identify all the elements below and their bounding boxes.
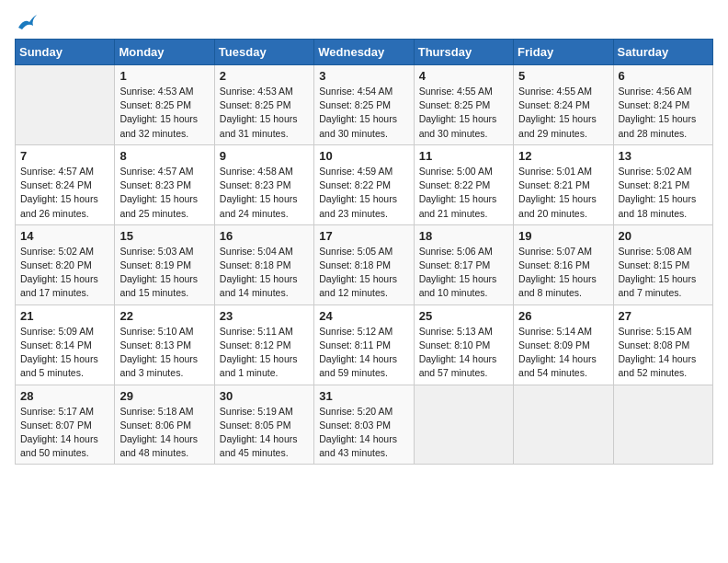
day-info: Sunrise: 4:55 AM Sunset: 8:25 PM Dayligh… [419,85,508,141]
day-number: 11 [419,149,508,163]
day-info: Sunrise: 5:05 AM Sunset: 8:18 PM Dayligh… [319,245,408,301]
day-number: 21 [20,309,109,323]
day-number: 2 [220,69,309,83]
day-info: Sunrise: 4:53 AM Sunset: 8:25 PM Dayligh… [220,85,309,141]
day-info: Sunrise: 5:02 AM Sunset: 8:20 PM Dayligh… [20,245,109,301]
day-info: Sunrise: 5:18 AM Sunset: 8:06 PM Dayligh… [119,405,209,461]
calendar-cell: 24Sunrise: 5:12 AM Sunset: 8:11 PM Dayli… [314,304,414,385]
day-number: 16 [220,229,309,243]
calendar-cell: 23Sunrise: 5:11 AM Sunset: 8:12 PM Dayli… [214,304,313,385]
day-number: 10 [319,149,408,163]
day-info: Sunrise: 5:08 AM Sunset: 8:15 PM Dayligh… [619,245,708,301]
day-number: 31 [319,389,408,403]
day-info: Sunrise: 5:00 AM Sunset: 8:22 PM Dayligh… [419,165,508,221]
day-info: Sunrise: 4:58 AM Sunset: 8:23 PM Dayligh… [220,165,309,221]
day-info: Sunrise: 5:14 AM Sunset: 8:09 PM Dayligh… [518,325,608,381]
calendar-cell: 10Sunrise: 4:59 AM Sunset: 8:22 PM Dayli… [314,144,414,224]
day-number: 3 [319,69,408,83]
day-info: Sunrise: 5:19 AM Sunset: 8:05 PM Dayligh… [220,405,309,461]
day-number: 26 [518,309,608,323]
calendar-cell: 4Sunrise: 4:55 AM Sunset: 8:25 PM Daylig… [414,65,513,145]
calendar-cell: 22Sunrise: 5:10 AM Sunset: 8:13 PM Dayli… [115,304,214,385]
calendar-cell: 9Sunrise: 4:58 AM Sunset: 8:23 PM Daylig… [214,144,313,224]
calendar-cell: 2Sunrise: 4:53 AM Sunset: 8:25 PM Daylig… [214,65,313,145]
day-number: 30 [220,389,309,403]
day-info: Sunrise: 5:06 AM Sunset: 8:17 PM Dayligh… [419,245,508,301]
logo-bird-icon [17,15,37,31]
day-number: 24 [319,309,408,323]
day-info: Sunrise: 5:02 AM Sunset: 8:21 PM Dayligh… [619,165,708,221]
day-info: Sunrise: 4:56 AM Sunset: 8:24 PM Dayligh… [619,85,708,141]
day-info: Sunrise: 5:12 AM Sunset: 8:11 PM Dayligh… [319,325,408,381]
day-number: 23 [220,309,309,323]
calendar-cell: 11Sunrise: 5:00 AM Sunset: 8:22 PM Dayli… [414,144,513,224]
calendar-cell: 19Sunrise: 5:07 AM Sunset: 8:16 PM Dayli… [514,224,613,304]
day-info: Sunrise: 4:55 AM Sunset: 8:24 PM Dayligh… [518,85,608,141]
day-info: Sunrise: 5:20 AM Sunset: 8:03 PM Dayligh… [319,405,408,461]
calendar-cell: 25Sunrise: 5:13 AM Sunset: 8:10 PM Dayli… [414,304,513,385]
day-number: 5 [518,69,608,83]
day-number: 25 [419,309,508,323]
day-number: 27 [619,309,708,323]
calendar-cell: 21Sunrise: 5:09 AM Sunset: 8:14 PM Dayli… [16,304,115,385]
weekday-header: Thursday [414,40,513,65]
calendar-cell: 16Sunrise: 5:04 AM Sunset: 8:18 PM Dayli… [214,224,313,304]
day-info: Sunrise: 5:01 AM Sunset: 8:21 PM Dayligh… [518,165,608,221]
calendar-cell: 12Sunrise: 5:01 AM Sunset: 8:21 PM Dayli… [514,144,613,224]
calendar-cell: 27Sunrise: 5:15 AM Sunset: 8:08 PM Dayli… [613,304,712,385]
calendar-cell: 13Sunrise: 5:02 AM Sunset: 8:21 PM Dayli… [613,144,712,224]
weekday-header: Saturday [613,40,712,65]
weekday-header: Friday [514,40,613,65]
day-info: Sunrise: 4:57 AM Sunset: 8:24 PM Dayligh… [20,165,109,221]
day-info: Sunrise: 5:13 AM Sunset: 8:10 PM Dayligh… [419,325,508,381]
calendar-cell: 26Sunrise: 5:14 AM Sunset: 8:09 PM Dayli… [514,304,613,385]
calendar-cell: 1Sunrise: 4:53 AM Sunset: 8:25 PM Daylig… [115,65,214,145]
day-info: Sunrise: 5:07 AM Sunset: 8:16 PM Dayligh… [518,245,608,301]
weekday-header: Wednesday [314,40,414,65]
day-info: Sunrise: 5:10 AM Sunset: 8:13 PM Dayligh… [119,325,209,381]
day-number: 15 [119,229,209,243]
calendar-cell: 20Sunrise: 5:08 AM Sunset: 8:15 PM Dayli… [613,224,712,304]
day-number: 22 [119,309,209,323]
calendar-cell: 7Sunrise: 4:57 AM Sunset: 8:24 PM Daylig… [16,144,115,224]
day-info: Sunrise: 4:57 AM Sunset: 8:23 PM Dayligh… [119,165,209,221]
day-number: 18 [419,229,508,243]
day-number: 17 [319,229,408,243]
logo [15,15,37,28]
day-info: Sunrise: 5:11 AM Sunset: 8:12 PM Dayligh… [220,325,309,381]
calendar-cell: 29Sunrise: 5:18 AM Sunset: 8:06 PM Dayli… [115,385,214,465]
day-number: 12 [518,149,608,163]
calendar-cell: 8Sunrise: 4:57 AM Sunset: 8:23 PM Daylig… [115,144,214,224]
day-info: Sunrise: 5:09 AM Sunset: 8:14 PM Dayligh… [20,325,109,381]
day-number: 6 [619,69,708,83]
day-number: 1 [119,69,209,83]
weekday-header: Monday [115,40,214,65]
day-info: Sunrise: 5:03 AM Sunset: 8:19 PM Dayligh… [119,245,209,301]
day-info: Sunrise: 4:59 AM Sunset: 8:22 PM Dayligh… [319,165,408,221]
calendar-cell [514,385,613,465]
day-number: 29 [119,389,209,403]
weekday-header: Tuesday [214,40,313,65]
day-number: 20 [619,229,708,243]
calendar-cell [613,385,712,465]
day-number: 13 [619,149,708,163]
calendar-cell: 28Sunrise: 5:17 AM Sunset: 8:07 PM Dayli… [16,385,115,465]
calendar-cell: 30Sunrise: 5:19 AM Sunset: 8:05 PM Dayli… [214,385,313,465]
calendar-cell: 31Sunrise: 5:20 AM Sunset: 8:03 PM Dayli… [314,385,414,465]
calendar-cell: 18Sunrise: 5:06 AM Sunset: 8:17 PM Dayli… [414,224,513,304]
calendar-cell: 14Sunrise: 5:02 AM Sunset: 8:20 PM Dayli… [16,224,115,304]
calendar-cell [414,385,513,465]
calendar-cell: 6Sunrise: 4:56 AM Sunset: 8:24 PM Daylig… [613,65,712,145]
day-info: Sunrise: 4:54 AM Sunset: 8:25 PM Dayligh… [319,85,408,141]
day-info: Sunrise: 5:15 AM Sunset: 8:08 PM Dayligh… [619,325,708,381]
calendar-table: SundayMondayTuesdayWednesdayThursdayFrid… [15,39,713,465]
day-number: 19 [518,229,608,243]
calendar-cell: 5Sunrise: 4:55 AM Sunset: 8:24 PM Daylig… [514,65,613,145]
day-info: Sunrise: 5:04 AM Sunset: 8:18 PM Dayligh… [220,245,309,301]
page-header [15,15,713,28]
day-number: 14 [20,229,109,243]
day-number: 9 [220,149,309,163]
day-number: 7 [20,149,109,163]
weekday-header: Sunday [16,40,115,65]
calendar-cell: 3Sunrise: 4:54 AM Sunset: 8:25 PM Daylig… [314,65,414,145]
